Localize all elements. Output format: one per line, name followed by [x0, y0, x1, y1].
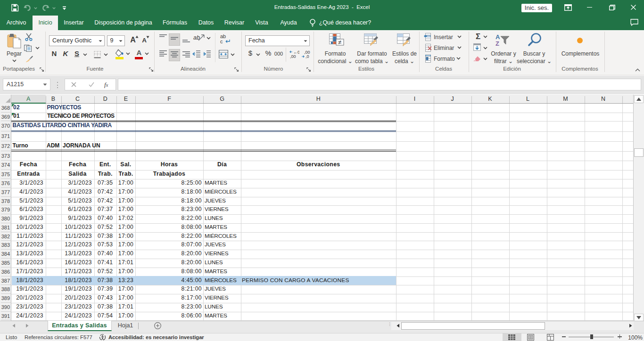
svg-text:,00: ,00	[290, 54, 296, 59]
svg-text:A: A	[495, 33, 500, 41]
svg-text:≠: ≠	[338, 39, 341, 46]
svg-text:Z: Z	[495, 40, 499, 47]
